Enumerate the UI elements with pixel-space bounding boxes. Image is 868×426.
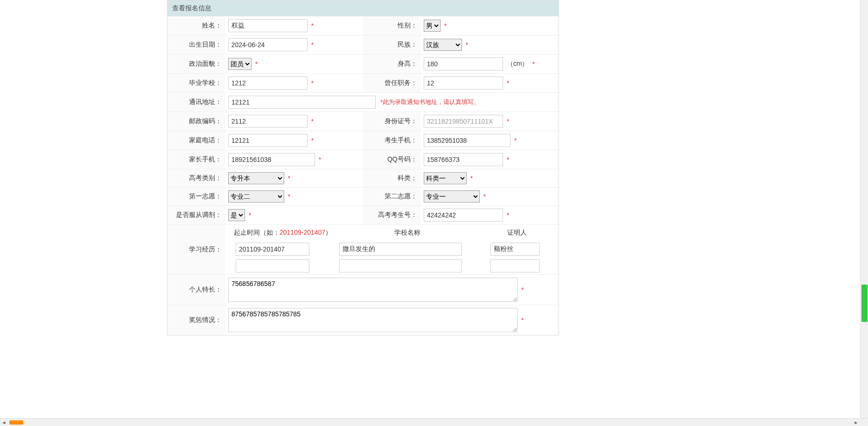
req-mark: *: [532, 60, 534, 68]
req-mark: *: [311, 41, 314, 49]
input-parentmobile[interactable]: [228, 153, 315, 166]
input-edu-school-1[interactable]: [339, 259, 462, 272]
req-mark: *: [507, 211, 509, 219]
label-choice1: 第一志愿：: [168, 188, 225, 205]
edu-header-school: 学校名称: [333, 229, 482, 237]
value-examtype: 专升本 *: [225, 169, 363, 187]
label-awards: 奖惩情况：: [168, 305, 225, 335]
edu-row-1: [225, 258, 559, 274]
input-position[interactable]: [424, 77, 503, 90]
label-idcard: 身份证号：: [363, 112, 421, 131]
value-school: *: [225, 74, 363, 92]
value-position: *: [421, 74, 559, 92]
input-dob[interactable]: [228, 38, 308, 51]
page: 查看报名信息 姓名： * 性别： 男 * 出生日期： * 民族： 汉族: [0, 0, 868, 426]
row-specialty: 个人特长： *: [168, 275, 559, 305]
req-mark: *: [311, 137, 314, 144]
value-parentmobile: *: [225, 150, 363, 169]
row-dob-ethnicity: 出生日期： * 民族： 汉族 *: [168, 35, 559, 55]
horizontal-scrollbar[interactable]: ◄ ►: [0, 418, 868, 426]
input-address[interactable]: [228, 96, 376, 109]
input-qq[interactable]: [424, 153, 503, 166]
input-edu-witness-1[interactable]: [490, 259, 540, 272]
vertical-scrollbar[interactable]: [860, 0, 868, 418]
label-mobile: 考生手机：: [363, 131, 421, 150]
select-subject[interactable]: 科类一: [424, 172, 467, 184]
req-mark: *: [255, 60, 258, 68]
input-edu-witness-0[interactable]: [490, 243, 540, 256]
textarea-awards[interactable]: [228, 308, 518, 332]
label-gender: 性别：: [363, 16, 421, 35]
select-examtype[interactable]: 专升本: [228, 172, 284, 184]
req-mark: *: [514, 137, 517, 144]
scroll-left-icon[interactable]: ◄: [0, 419, 8, 426]
textarea-specialty[interactable]: [228, 278, 518, 302]
select-political[interactable]: 团员: [228, 58, 252, 70]
value-ethnicity: 汉族 *: [421, 35, 559, 54]
label-examno: 高考考生号：: [363, 206, 421, 224]
row-choice1-choice2: 第一志愿： 专业二 * 第二志愿： 专业一 *: [168, 188, 559, 206]
value-homephone: *: [225, 131, 363, 150]
vertical-scroll-thumb[interactable]: [861, 285, 868, 322]
input-name[interactable]: [228, 19, 308, 32]
input-idcard[interactable]: [424, 115, 503, 128]
req-mark: *: [288, 175, 290, 182]
horizontal-scroll-thumb[interactable]: [9, 420, 23, 425]
value-adjust: 是 *: [225, 206, 363, 224]
input-postal[interactable]: [228, 115, 308, 128]
req-mark: *: [249, 211, 251, 219]
row-examtype-subject: 高考类别： 专升本 * 科类： 科类一 *: [168, 169, 559, 188]
row-address: 通讯地址： *此为录取通知书地址，请认真填写。: [168, 93, 559, 112]
label-choice2: 第二志愿：: [363, 188, 421, 205]
input-edu-period-1[interactable]: [236, 259, 309, 272]
req-mark: *: [507, 156, 509, 163]
row-political-height: 政治面貌： 团员 * 身高： （cm） *: [168, 55, 559, 74]
req-mark: *: [466, 41, 468, 49]
edu-header: 起止时间（如：201109-201407） 学校名称 证明人: [225, 225, 559, 241]
req-mark: *: [507, 118, 509, 125]
scroll-right-icon[interactable]: ►: [852, 419, 860, 426]
input-school[interactable]: [228, 77, 308, 90]
value-postal: *: [225, 112, 363, 131]
edu-header-period: 起止时间（如：201109-201407）: [225, 229, 333, 237]
select-gender[interactable]: 男: [424, 20, 441, 32]
value-awards: *: [225, 305, 559, 335]
input-homephone[interactable]: [228, 134, 308, 147]
input-mobile[interactable]: [424, 134, 511, 147]
row-edu: 学习经历： 起止时间（如：201109-201407） 学校名称 证明人: [168, 225, 559, 275]
input-edu-period-0[interactable]: [236, 243, 309, 256]
select-adjust[interactable]: 是: [228, 209, 245, 221]
value-mobile: *: [421, 131, 559, 150]
label-qq: QQ号码：: [363, 150, 421, 169]
value-specialty: *: [225, 275, 559, 305]
row-adjust-examno: 是否服从调剂： 是 * 高考考生号： *: [168, 206, 559, 225]
row-school-position: 毕业学校： * 曾任职务： *: [168, 74, 559, 93]
form-container: 查看报名信息 姓名： * 性别： 男 * 出生日期： * 民族： 汉族: [167, 0, 559, 335]
value-name: *: [225, 16, 363, 35]
value-qq: *: [421, 150, 559, 169]
value-height: （cm） *: [421, 55, 559, 73]
req-mark: *: [521, 286, 524, 293]
label-name: 姓名：: [168, 16, 225, 35]
input-edu-school-0[interactable]: [339, 243, 462, 256]
req-mark: *: [311, 79, 314, 87]
edu-header-witness: 证明人: [482, 229, 552, 237]
label-postal: 邮政编码：: [168, 112, 225, 131]
label-specialty: 个人特长：: [168, 275, 225, 305]
label-examtype: 高考类别：: [168, 169, 225, 187]
row-postal-idcard: 邮政编码： * 身份证号： *: [168, 112, 559, 131]
value-dob: *: [225, 35, 363, 54]
value-idcard: *: [421, 112, 559, 131]
input-height[interactable]: [424, 57, 503, 70]
req-mark: *: [507, 79, 509, 87]
req-mark: *: [311, 22, 314, 29]
label-position: 曾任职务：: [363, 74, 421, 92]
label-school: 毕业学校：: [168, 74, 225, 92]
req-mark: *: [319, 156, 321, 163]
select-choice1[interactable]: 专业二: [228, 190, 284, 203]
select-ethnicity[interactable]: 汉族: [424, 39, 462, 51]
value-choice2: 专业一 *: [421, 188, 559, 205]
input-examno[interactable]: [424, 209, 503, 222]
select-choice2[interactable]: 专业一: [424, 190, 480, 203]
row-homephone-mobile: 家庭电话： * 考生手机： *: [168, 131, 559, 150]
